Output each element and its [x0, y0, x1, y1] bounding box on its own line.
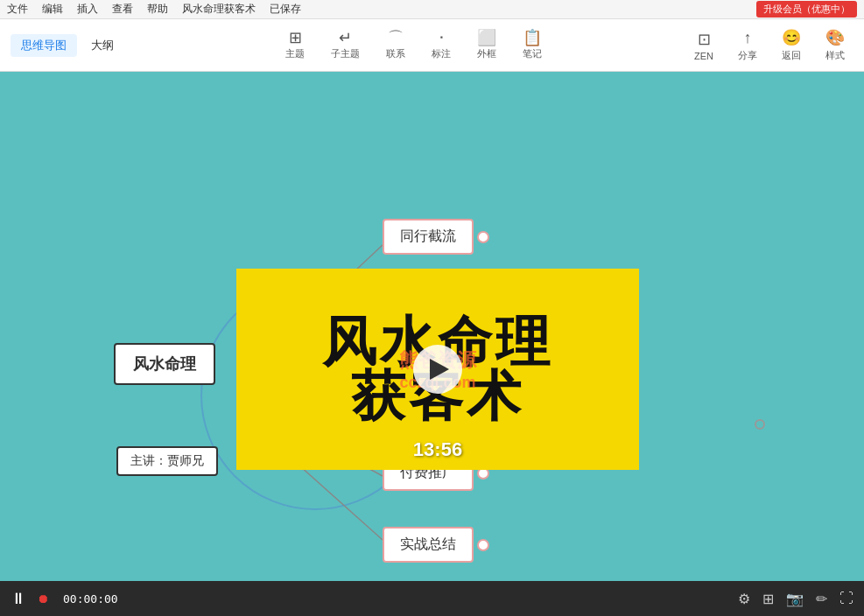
- menu-title: 风水命理获客术: [182, 2, 256, 17]
- settings-button[interactable]: ⚙: [738, 591, 750, 607]
- emoji-icon: 😊: [782, 28, 801, 47]
- pause-icon: ⏸: [11, 590, 26, 608]
- tool-emoji[interactable]: 😊 返回: [773, 24, 810, 66]
- tool-connect-label: 联系: [386, 47, 405, 60]
- camera-button[interactable]: 📷: [786, 591, 804, 607]
- tool-zen-label: ZEN: [694, 51, 713, 61]
- tool-style-label: 样式: [825, 49, 845, 62]
- tool-share-label: 分享: [738, 49, 757, 62]
- tool-note-label: 笔记: [523, 47, 542, 60]
- zen-icon: ⊡: [698, 30, 711, 49]
- pen-icon: ✏: [816, 592, 827, 606]
- playback-timestamp: 00:00:00: [63, 592, 118, 606]
- tab-outline[interactable]: 大纲: [81, 34, 124, 57]
- tool-connect[interactable]: ⌒ 联系: [374, 26, 418, 64]
- record-icon: ⏺: [37, 592, 49, 606]
- layout-button[interactable]: ⊞: [762, 591, 774, 607]
- node-indicator-3: [477, 539, 489, 551]
- menu-saved: 已保存: [270, 2, 301, 17]
- center-node[interactable]: 风水命理: [114, 343, 215, 385]
- pen-button[interactable]: ✏: [816, 591, 827, 607]
- subtopic-icon: ↵: [339, 30, 352, 46]
- label-node[interactable]: 主讲：贾师兄: [116, 446, 218, 476]
- settings-icon: ⚙: [738, 592, 750, 606]
- tool-annotation-label: 标注: [432, 47, 451, 60]
- tool-zen[interactable]: ⊡ ZEN: [685, 26, 722, 65]
- menu-insert[interactable]: 插入: [77, 2, 98, 17]
- note-icon: 📋: [523, 30, 542, 46]
- cursor-indicator: [755, 419, 765, 430]
- connect-icon: ⌒: [388, 30, 404, 46]
- menu-file[interactable]: 文件: [7, 2, 28, 17]
- tool-frame-label: 外框: [477, 47, 496, 60]
- menu-help[interactable]: 帮助: [147, 2, 168, 17]
- tool-topic[interactable]: ⊞ 主题: [273, 26, 317, 64]
- tool-group: ⊞ 主题 ↵ 子主题 ⌒ 联系 ⬝ 标注 ⬜ 外框 📋 笔记: [142, 26, 685, 64]
- frame-icon: ⬜: [477, 30, 496, 46]
- topic-icon: ⊞: [289, 30, 302, 46]
- tab-mindmap[interactable]: 思维导图: [11, 34, 77, 57]
- menu-view[interactable]: 查看: [112, 2, 133, 17]
- canvas[interactable]: 风水命理 主讲：贾师兄 同行截流 付费推广 实战总结 风水命理 获客术 熊爸资源…: [0, 72, 864, 581]
- video-timestamp: 13:56: [413, 438, 462, 461]
- pause-button[interactable]: ⏸: [11, 590, 26, 608]
- node-indicator-1: [477, 231, 489, 243]
- play-button[interactable]: [413, 345, 462, 394]
- annotation-icon: ⬝: [437, 30, 446, 46]
- style-icon: 🎨: [825, 28, 845, 47]
- toolbar: 思维导图 大纲 ⊞ 主题 ↵ 子主题 ⌒ 联系 ⬝ 标注 ⬜ 外框 📋 笔记: [0, 19, 864, 72]
- fullscreen-button[interactable]: ⛶: [839, 591, 853, 606]
- menu-bar: 文件 编辑 插入 查看 帮助 风水命理获客术 已保存 升级会员（优惠中）: [0, 0, 864, 19]
- tool-frame[interactable]: ⬜ 外框: [465, 26, 509, 64]
- share-icon: ↑: [744, 29, 752, 47]
- record-button[interactable]: ⏺: [37, 592, 49, 606]
- tool-style[interactable]: 🎨 样式: [817, 24, 853, 66]
- control-right-group: ⚙ ⊞ 📷 ✏ ⛶: [738, 591, 853, 607]
- layout-icon: ⊞: [762, 592, 774, 606]
- video-overlay[interactable]: 风水命理 获客术 熊爸资源 cczqi.com 13:56: [236, 269, 639, 470]
- tool-topic-label: 主题: [285, 47, 305, 60]
- tool-subtopic[interactable]: ↵ 子主题: [319, 26, 372, 64]
- tool-annotation[interactable]: ⬝ 标注: [419, 26, 463, 64]
- camera-icon: 📷: [786, 592, 804, 606]
- view-tabs: 思维导图 大纲: [11, 34, 124, 57]
- tool-emoji-label: 返回: [782, 49, 801, 62]
- menu-edit[interactable]: 编辑: [42, 2, 63, 17]
- fullscreen-icon: ⛶: [839, 591, 853, 606]
- upgrade-button[interactable]: 升级会员（优惠中）: [756, 1, 857, 18]
- branch-node-3[interactable]: 实战总结: [383, 527, 474, 563]
- tool-share[interactable]: ↑ 分享: [729, 25, 766, 66]
- toolbar-right-group: ⊡ ZEN ↑ 分享 😊 返回 🎨 样式: [685, 24, 853, 66]
- control-bar: ⏸ ⏺ 00:00:00 ⚙ ⊞ 📷 ✏ ⛶: [0, 581, 864, 616]
- branch-node-1[interactable]: 同行截流: [383, 219, 474, 255]
- tool-subtopic-label: 子主题: [331, 47, 360, 60]
- tool-note[interactable]: 📋 笔记: [510, 26, 554, 64]
